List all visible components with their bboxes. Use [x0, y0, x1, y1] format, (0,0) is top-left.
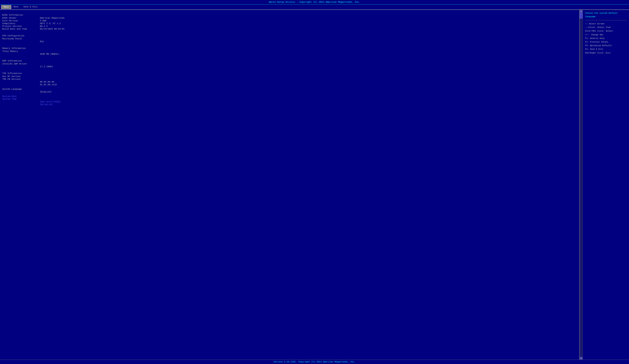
- keybinds-section: ↔: Select Screen ↑↓/Click: Select Item E…: [585, 22, 627, 55]
- label-gop-driver-empty: [2, 66, 40, 68]
- keybind-f1: F1: General Help: [585, 37, 627, 40]
- label-system-date[interactable]: System Date: [2, 95, 40, 98]
- label-sec-rc-version: Sec RC Version: [2, 75, 40, 78]
- keybind-change-opt: +/-: Change Opt.: [585, 33, 627, 37]
- label-txe-fw-version: TXE FW Version: [2, 78, 40, 81]
- scroll-up-arrow[interactable]: ▲: [580, 10, 583, 13]
- label-microcode-patch-empty: [2, 40, 40, 43]
- label-total-memory-empty: [2, 53, 40, 55]
- value-bios-vendor: American Megatrends: [40, 17, 65, 19]
- keybind-select-screen: ↔: Select Screen: [585, 22, 627, 26]
- title-text: Aptio Setup Utility - Copyright (C) 2013…: [269, 1, 360, 3]
- value-system-language-val: [English]: [40, 91, 52, 93]
- keybind-enter: Enter/Dbl Click: Select: [585, 29, 627, 33]
- section-gop-info: GOP Information: [2, 60, 577, 62]
- value-system-date-val: [Mon 04/27/2015]: [40, 101, 61, 103]
- label-gop-driver: Intel(R) GOP Driver: [2, 63, 40, 65]
- label-project-version: Project Version: [2, 25, 40, 27]
- scroll-thumb[interactable]: [580, 13, 583, 18]
- label-system-language-empty: [2, 91, 40, 93]
- keybind-f3: F3: Optimized Defaults: [585, 44, 627, 47]
- label-system-date-empty: [2, 101, 40, 103]
- value-microcode-patch-val: 82a: [40, 40, 44, 43]
- label-compliancy: Compliancy: [2, 22, 40, 25]
- right-panel: Choose the system default language ↔: Se…: [583, 10, 629, 360]
- value-sec-rc-val: 00.05.00.00: [40, 81, 54, 83]
- section-memory-info: Memory Information: [2, 47, 577, 50]
- section-txe-info: TXE Information: [2, 72, 577, 75]
- label-microcode-patch: Microcode Patch: [2, 38, 40, 40]
- footer: Version 2.16.1242. Copyright (C) 2013 Am…: [0, 360, 629, 364]
- help-text: Choose the system default language: [585, 11, 627, 18]
- scroll-down-arrow[interactable]: ▼: [580, 357, 583, 360]
- label-total-memory: Total Memory: [2, 50, 40, 53]
- footer-text: Version 2.16.1242. Copyright (C) 2013 Am…: [274, 361, 355, 363]
- menu-bar: Main Boot Save & Exit: [0, 4, 629, 10]
- label-system-time-empty: [2, 103, 40, 106]
- value-gop-driver-val: [7.2.1006]: [40, 66, 53, 68]
- scrollbar[interactable]: ▲ ▼: [580, 10, 583, 360]
- section-bios-info: BIOS Information: [2, 14, 577, 16]
- title-bar: Aptio Setup Utility - Copyright (C) 2013…: [0, 0, 629, 4]
- section-cpu-config: CPU Configuration: [2, 35, 577, 37]
- label-system-language: System Language: [2, 88, 40, 91]
- value-build-date: 04/14/2015 00:03:01: [40, 28, 65, 30]
- value-compliancy: UEFI 2.3; PI 1.2: [40, 22, 61, 25]
- left-panel: BIOS Information BIOS Vendor American Me…: [0, 10, 580, 360]
- keybind-esc: ESC/Right Click: Exit: [585, 51, 627, 55]
- value-project-version: W8_2.2: [40, 25, 48, 27]
- divider: [585, 20, 627, 20]
- value-total-memory-val: 2048 MB (DDR3L): [40, 53, 59, 55]
- label-txe-fw-empty: [2, 84, 40, 86]
- label-bios-vendor: BIOS Vendor: [2, 17, 40, 19]
- value-core-version: 5.008: [40, 20, 46, 22]
- keybind-select-item: ↑↓/Click: Select Item: [585, 26, 627, 29]
- label-system-time[interactable]: System Time: [2, 98, 40, 100]
- keybind-f2: F2: Previous Values: [585, 40, 627, 44]
- label-sec-rc-empty: [2, 81, 40, 83]
- label-build-date: Build Date and Time: [2, 28, 40, 30]
- keybind-f4: F4: Save & Exit: [585, 47, 627, 51]
- value-system-time-val: [02:48:25]: [40, 103, 53, 106]
- value-txe-fw-val: 01.01.00.1115: [40, 84, 57, 86]
- menu-item-save-exit[interactable]: Save & Exit: [21, 5, 40, 9]
- label-core-version: Core Version: [2, 20, 40, 22]
- menu-item-main[interactable]: Main: [1, 5, 11, 9]
- menu-item-boot[interactable]: Boot: [11, 5, 21, 9]
